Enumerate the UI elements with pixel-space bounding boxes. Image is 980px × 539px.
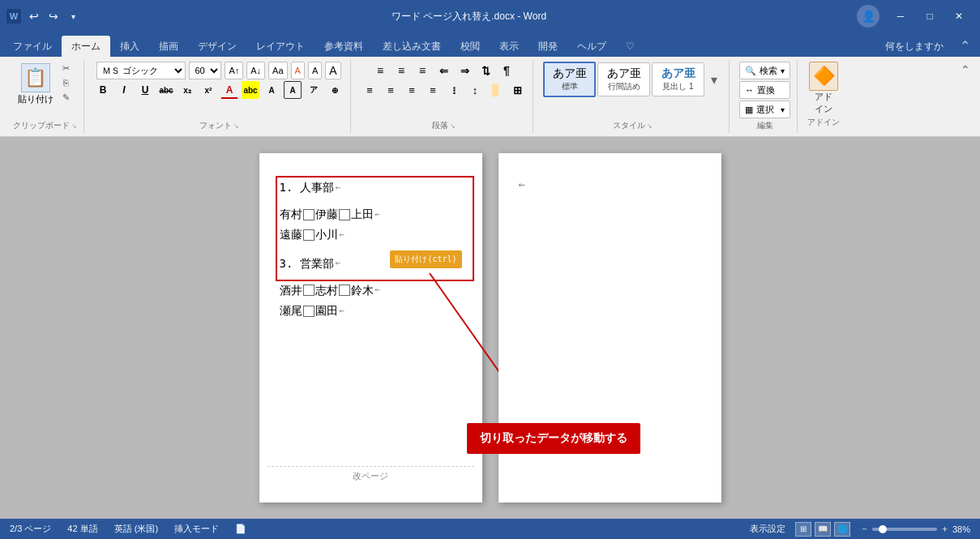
tab-review[interactable]: 校閲 — [451, 36, 490, 57]
ribbon-collapse-button[interactable]: ⌃ — [953, 35, 977, 57]
bold-button[interactable]: B — [94, 81, 112, 99]
close-button[interactable]: ✕ — [944, 4, 974, 28]
redo-button[interactable]: ↪ — [45, 8, 62, 24]
callout-box: 切り取ったデータが移動する — [467, 423, 640, 454]
highlight-button[interactable]: abc — [242, 81, 259, 99]
align-right[interactable]: ≡ — [403, 81, 421, 99]
clipboard-expand[interactable]: ↘ — [71, 122, 77, 130]
tab-search[interactable]: 何をしますか — [875, 36, 953, 57]
clipboard-content: 📋 貼り付け ✂ ⎘ ✎ — [16, 62, 75, 118]
zoom-slider-thumb[interactable] — [879, 525, 887, 533]
bullets-button[interactable]: ≡ — [371, 62, 389, 79]
font-family-select[interactable]: ＭＳ ゴシック — [96, 62, 186, 79]
decrease-font-button[interactable]: A↓ — [246, 62, 265, 79]
styles-expand[interactable]: ↘ — [647, 122, 653, 130]
increase-font-button[interactable]: A↑ — [225, 62, 243, 79]
tab-help[interactable]: ヘルプ — [567, 36, 616, 57]
maximize-button[interactable]: □ — [915, 4, 944, 28]
char-shading-button[interactable]: A — [263, 81, 280, 99]
styles-more-button[interactable]: ▾ — [706, 72, 722, 88]
tab-file[interactable]: ファイル — [3, 36, 62, 57]
strikethrough-button[interactable]: abc — [157, 81, 175, 99]
search-label: 検索 — [760, 65, 777, 77]
clear-format-button[interactable]: A — [291, 62, 305, 79]
undo-button[interactable]: ↩ — [26, 8, 42, 24]
zoom-out-button[interactable]: － — [860, 523, 869, 535]
zoom-controls: － ＋ 38% — [860, 523, 970, 535]
editing-content: 🔍 検索 ▾ ↔ 置換 ▦ 選択 ▾ — [739, 62, 790, 118]
page-1: 1. 人事部 ← 有村 伊藤 上田 ← 遠藤 小川 ← — [259, 153, 482, 503]
multilevel-button[interactable]: ≡ — [413, 62, 431, 79]
zoom-in-button[interactable]: ＋ — [940, 523, 949, 535]
font-expand[interactable]: ↘ — [233, 122, 239, 130]
select-button[interactable]: ▦ 選択 ▾ — [739, 101, 790, 118]
web-layout-button[interactable]: 🌐 — [834, 522, 850, 537]
shading-button[interactable]: ▊ — [487, 81, 505, 99]
status-bar-right: 表示設定 ⊞ 📖 🌐 － ＋ 38% — [750, 522, 970, 537]
char-border-button[interactable]: A — [284, 81, 302, 99]
font-label: フォント ↘ — [199, 120, 239, 131]
subscript-button[interactable]: x₂ — [178, 81, 196, 99]
align-center[interactable]: ≡ — [382, 81, 400, 99]
case-button[interactable]: Aa — [268, 62, 287, 79]
account-button[interactable]: 👤 — [857, 5, 879, 28]
tab-developer[interactable]: 開発 — [529, 36, 567, 57]
paragraph-label: 段落 ↘ — [432, 120, 456, 131]
borders-button[interactable]: ⊞ — [508, 81, 526, 99]
style-heading1[interactable]: あア亜 見出し 1 — [652, 62, 704, 96]
numbering-button[interactable]: ≡ — [392, 62, 410, 79]
select-dropdown: ▾ — [781, 105, 785, 114]
search-button[interactable]: 🔍 検索 ▾ — [739, 62, 790, 79]
read-mode-button[interactable]: 📖 — [815, 522, 831, 537]
tab-home[interactable]: ホーム — [62, 36, 110, 57]
styles-content: あア亜 標準 あア亜 行間詰め あア亜 見出し 1 ▾ — [543, 62, 722, 118]
decrease-indent[interactable]: ⇐ — [434, 62, 452, 79]
print-layout-button[interactable]: ⊞ — [795, 522, 811, 537]
style-compact[interactable]: あア亜 行間詰め — [597, 62, 650, 96]
tab-insert[interactable]: 挿入 — [110, 36, 149, 57]
document-area[interactable]: 1. 人事部 ← 有村 伊藤 上田 ← 遠藤 小川 ← — [0, 137, 980, 519]
enclose-button[interactable]: ⊕ — [326, 81, 344, 99]
italic-button[interactable]: I — [115, 81, 133, 99]
tab-heart[interactable]: ♡ — [616, 36, 644, 57]
ribbon-collapse-chevron[interactable]: ⌃ — [961, 63, 970, 76]
paste-button[interactable]: 📋 貼り付け — [16, 62, 55, 107]
font-size-select[interactable]: 60 — [189, 62, 221, 79]
document-icon[interactable]: 📄 — [235, 524, 246, 534]
paragraph-expand[interactable]: ↘ — [450, 122, 456, 130]
minimize-button[interactable]: ─ — [886, 4, 915, 28]
justify[interactable]: ≡ — [424, 81, 442, 99]
phonetic-button[interactable]: ア — [305, 81, 323, 99]
mini-toolbar[interactable]: 貼り付け(ctrl) — [390, 250, 461, 268]
zoom-level[interactable]: 38% — [952, 524, 970, 534]
replace-label: 置換 — [757, 84, 775, 96]
customize-button[interactable]: ▾ — [65, 8, 81, 24]
tab-mailings[interactable]: 差し込み文書 — [373, 36, 451, 57]
tab-references[interactable]: 参考資料 — [315, 36, 373, 57]
text-highlight[interactable]: A — [325, 62, 340, 79]
tab-layout[interactable]: レイアウト — [246, 36, 315, 57]
cut-button[interactable]: ✂ — [58, 62, 75, 75]
tab-design[interactable]: デザイン — [188, 36, 246, 57]
tab-draw[interactable]: 描画 — [149, 36, 188, 57]
increase-indent[interactable]: ⇒ — [456, 62, 473, 79]
font-row2: B I U abc x₂ x² A abc A A ア ⊕ — [94, 81, 344, 99]
addin-icon[interactable]: 🔶 — [809, 62, 838, 91]
show-formatting[interactable]: ¶ — [498, 62, 516, 79]
tab-view[interactable]: 表示 — [490, 36, 529, 57]
sort-button[interactable]: ⇅ — [477, 62, 494, 79]
style-standard[interactable]: あア亜 標準 — [543, 62, 596, 97]
underline-button[interactable]: U — [136, 81, 154, 99]
display-settings[interactable]: 表示設定 — [750, 523, 785, 535]
zoom-slider-track[interactable] — [872, 528, 937, 531]
font-color-bg[interactable]: A — [308, 62, 322, 79]
font-color-button[interactable]: A — [220, 81, 238, 99]
replace-button[interactable]: ↔ 置換 — [739, 81, 790, 99]
columns-button[interactable]: ⫶ — [445, 81, 463, 99]
superscript-button[interactable]: x² — [199, 81, 217, 99]
align-left[interactable]: ≡ — [361, 81, 379, 99]
line-spacing[interactable]: ↕ — [466, 81, 484, 99]
format-painter-button[interactable]: ✎ — [58, 91, 75, 104]
copy-button[interactable]: ⎘ — [58, 76, 75, 89]
page2-return: ← — [519, 178, 701, 190]
